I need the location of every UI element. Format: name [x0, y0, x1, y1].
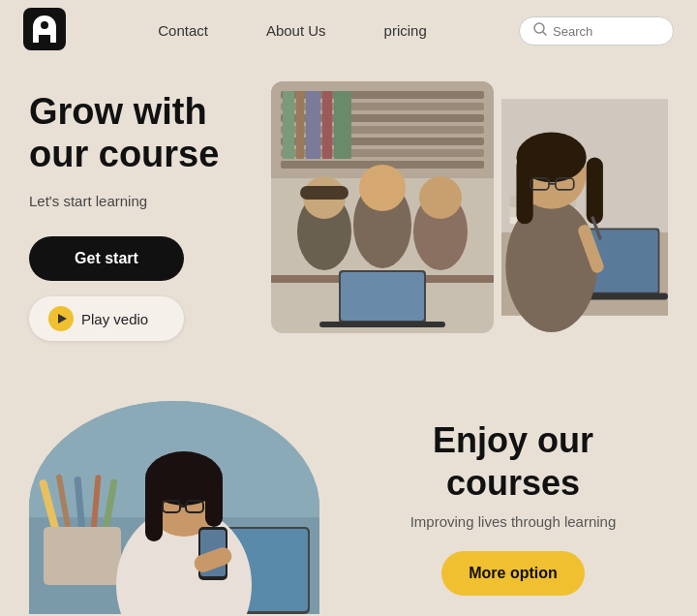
enjoy-subtitle: Improving lives through learning	[358, 513, 668, 530]
svg-rect-61	[205, 474, 223, 527]
svg-rect-14	[296, 91, 304, 159]
svg-rect-54	[44, 527, 121, 585]
svg-point-1	[41, 21, 48, 29]
nav-link-pricing[interactable]: pricing	[384, 22, 427, 39]
hero-section: Grow with our course Let's start learnin…	[0, 62, 697, 372]
svg-rect-40	[516, 157, 532, 224]
nav-link-contact[interactable]: Contact	[158, 22, 208, 39]
play-video-button[interactable]: Play vedio	[29, 296, 184, 341]
search-icon	[533, 22, 547, 40]
nav-links: Contact About Us pricing	[158, 22, 427, 40]
svg-rect-28	[319, 322, 445, 327]
svg-line-3	[543, 32, 546, 35]
bottom-section: Enjoy our courses Improving lives throug…	[0, 382, 697, 616]
play-triangle-icon	[58, 314, 67, 323]
more-option-button[interactable]: More option	[441, 551, 585, 596]
hero-images	[271, 81, 668, 372]
hero-text: Grow with our course Let's start learnin…	[29, 81, 252, 372]
nav-item-pricing[interactable]: pricing	[384, 22, 427, 40]
svg-point-25	[419, 176, 462, 219]
hero-image-study	[501, 81, 668, 333]
nav-item-contact[interactable]: Contact	[158, 22, 208, 40]
search-input[interactable]	[553, 24, 659, 39]
svg-rect-60	[145, 474, 163, 541]
svg-rect-15	[306, 91, 320, 159]
bottom-circle-image	[29, 401, 319, 614]
svg-rect-41	[587, 157, 603, 224]
navbar: Contact About Us pricing	[0, 0, 697, 62]
hero-subtitle: Let's start learning	[29, 193, 252, 209]
bottom-right-content: Enjoy our courses Improving lives throug…	[339, 401, 668, 614]
hero-image-group	[271, 81, 494, 333]
svg-rect-21	[300, 186, 348, 200]
enjoy-title: Enjoy our courses	[358, 419, 668, 503]
play-icon	[48, 306, 74, 331]
search-bar[interactable]	[519, 16, 674, 46]
nav-item-about[interactable]: About Us	[266, 22, 326, 40]
hero-title: Grow with our course	[29, 91, 252, 175]
svg-point-23	[359, 165, 406, 211]
get-start-button[interactable]: Get start	[29, 236, 184, 281]
svg-rect-17	[334, 91, 351, 159]
logo[interactable]	[23, 8, 66, 54]
nav-link-about[interactable]: About Us	[266, 22, 326, 39]
svg-rect-13	[283, 91, 294, 159]
svg-rect-16	[322, 91, 332, 159]
svg-rect-27	[341, 272, 424, 321]
